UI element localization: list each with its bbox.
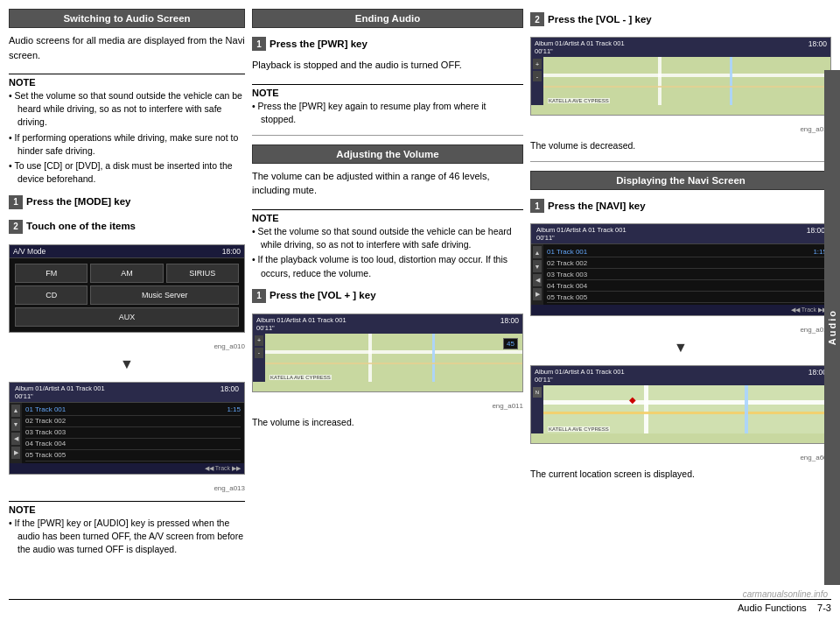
navi-ts-body: ▲ ▼ ◀ ▶ 01 Track 0011:15 02 Track 002 03…	[531, 244, 830, 305]
map1-time: 00'11"	[256, 324, 346, 332]
street-label-2: KATELLA AVE CYPRESS	[548, 98, 610, 103]
ts-prev-btn[interactable]: ◀	[11, 433, 20, 445]
navi-ts-sidebar: ▲ ▼ ◀ ▶	[531, 244, 543, 305]
cd-btn[interactable]: CD	[15, 285, 88, 305]
vol-plus-badge: 1	[252, 289, 266, 303]
navi-street-label: KATELLA AVE CYPRESS	[548, 426, 610, 432]
vol-indicator: 45	[507, 340, 514, 348]
footer-text: Audio Functions 7-3	[738, 602, 831, 613]
mid-note2-item-1: • Set the volume so that sound outside t…	[252, 225, 523, 251]
vol-minus-row: 2 Press the [VOL - ] key	[530, 12, 831, 26]
track-row-2: 02 Track 002	[25, 416, 241, 427]
navi-down-btn[interactable]: ▼	[533, 260, 542, 272]
track-row-5: 05 Track 005	[25, 450, 241, 461]
note-item-1: • Set the volume so that sound outside t…	[9, 89, 245, 130]
mid-note-label-1: NOTE	[252, 88, 279, 98]
mid-note-1: NOTE • Press the [PWR] key again to resu…	[252, 84, 523, 126]
avmode-screen: A/V Mode 18:00 FM AM SIRIUS CD Music Ser…	[9, 244, 245, 333]
fm-btn[interactable]: FM	[15, 264, 88, 283]
step1-row: 1 Press the [MODE] key	[9, 195, 245, 209]
navi-track-3: 03 Track 003	[547, 269, 827, 280]
navi-prev-btn[interactable]: ◀	[533, 274, 542, 286]
navi-step1-row: 1 Press the [NAVI] key	[530, 199, 831, 213]
vol-minus-header: Album 01/Artist A 01 Track 001 00'11" 18…	[531, 38, 830, 57]
navi-map-panel: N	[531, 385, 543, 433]
avmode-time: 18:00	[222, 247, 241, 256]
mid-step1-row: 1 Press the [PWR] key	[252, 37, 523, 51]
track-row-4: 04 Track 004	[25, 439, 241, 450]
am-btn[interactable]: AM	[90, 264, 163, 283]
arrow-down-1: ▼	[9, 357, 245, 371]
vol-intro: The volume can be adjusted within a rang…	[252, 169, 523, 198]
track-screen-1: Album 01/Artist A 01 Track 001 00'11" 18…	[9, 382, 245, 475]
bottom-note-section: NOTE • If the [PWR] key or [AUDIO] key i…	[9, 501, 245, 557]
ts-body: ▲ ▼ ◀ ▶ 01 Track 0011:15 02 Track 002 03…	[10, 403, 244, 463]
map-panel-2: + -	[531, 57, 543, 105]
navi-ts-header: Album 01/Artist A 01 Track 001 00'11" 18…	[531, 224, 830, 244]
ts-up-btn[interactable]: ▲	[11, 405, 20, 417]
navi-next-btn[interactable]: ▶	[533, 288, 542, 300]
ts-time: 18:00	[220, 384, 239, 400]
ts-next-btn[interactable]: ▶	[11, 447, 20, 459]
navi-caption: The current location screen is displayed…	[530, 469, 831, 479]
mid-column: Ending Audio 1 Press the [PWR] key Playb…	[252, 9, 523, 602]
map-area-1: 45 KATELLA AVE CYPRESS	[265, 334, 522, 382]
step1-badge: 1	[9, 195, 23, 209]
divider-1	[252, 135, 523, 136]
eng-label-2: eng_a013	[9, 484, 245, 492]
map1-clock: 18:00	[500, 316, 519, 332]
eng-label-1: eng_a010	[9, 342, 245, 350]
navi-track-5: 05 Track 005	[547, 292, 827, 303]
avmode-header: A/V Mode 18:00	[10, 245, 244, 258]
step2-row: 2 Touch one of the items	[9, 220, 245, 234]
map2-clock: 18:00	[808, 39, 827, 55]
step1-label: Press the [MODE] key	[26, 196, 131, 207]
watermark: carmanualsonline.info	[743, 589, 828, 599]
vol-minus-label: Press the [VOL - ] key	[548, 14, 652, 25]
note-label-1: NOTE	[9, 77, 36, 88]
map1-album: Album 01/Artist A 01 Track 001	[256, 316, 346, 324]
ts-down-btn[interactable]: ▼	[11, 419, 20, 431]
mid-step1-label: Press the [PWR] key	[270, 39, 368, 49]
navi-map-area: ◆ KATELLA AVE CYPRESS	[543, 385, 830, 433]
right-eng-2: eng_a013	[530, 326, 831, 334]
right-eng-1: eng_a012	[530, 125, 831, 133]
music-server-btn[interactable]: Music Server	[90, 285, 239, 305]
ts-header: Album 01/Artist A 01 Track 001 00'11" 18…	[10, 383, 244, 403]
navi-step1-badge: 1	[530, 199, 544, 213]
navi-track-screen: Album 01/Artist A 01 Track 001 00'11" 18…	[530, 223, 831, 316]
note-section-1: NOTE • Set the volume so that sound outs…	[9, 74, 245, 187]
vol-minus-map-body: + - KATELLA AVE CYPRESS	[531, 57, 830, 105]
vol-decrease-caption: The volume is decreased.	[530, 140, 831, 151]
bottom-note-item-1: • If the [PWR] key or [AUDIO] key is pre…	[9, 517, 245, 557]
right-column: 2 Press the [VOL - ] key Album 01/Artist…	[530, 9, 831, 602]
map-area-2: KATELLA AVE CYPRESS	[543, 57, 830, 105]
arrow-down-right: ▼	[530, 341, 831, 355]
note-item-3: • To use [CD] or [DVD], a disk must be i…	[9, 159, 245, 186]
sirius-btn[interactable]: SIRIUS	[166, 264, 239, 283]
bottom-note-label: NOTE	[9, 504, 36, 515]
vol-plus-label: Press the [VOL + ] key	[270, 290, 376, 300]
note-item-2: • If performing operations while driving…	[9, 131, 245, 158]
pwr-desc: Playback is stopped and the audio is tur…	[252, 58, 523, 73]
switching-intro: Audio screens for all media are displaye…	[9, 33, 245, 62]
step2-label: Touch one of the items	[26, 221, 136, 231]
map2-time: 00'11"	[535, 47, 625, 55]
navi-track-1: 01 Track 0011:15	[547, 246, 827, 257]
page-footer: Audio Functions 7-3	[9, 599, 831, 613]
vol-plus-row: 1 Press the [VOL + ] key	[252, 289, 523, 303]
adjusting-volume-header: Adjusting the Volume	[252, 144, 523, 164]
ts-album: Album 01/Artist A 01 Track 001 00'11"	[15, 384, 105, 400]
left-column: Switching to Audio Screen Audio screens …	[9, 9, 245, 602]
navi-up-btn[interactable]: ▲	[533, 246, 542, 258]
navi-ts-footer: ◀◀ Track ▶▶	[531, 305, 830, 315]
step2-badge: 2	[9, 220, 23, 234]
vol-plus-map-body: + - 45 KATELLA AVE CYPRESS	[253, 334, 522, 382]
navi-screen-header: Displaying the Navi Screen	[530, 171, 831, 190]
aux-btn[interactable]: AUX	[15, 307, 239, 327]
avmode-buttons: FM AM SIRIUS CD Music Server AUX	[10, 258, 244, 332]
sidebar-tab-label: Audio	[827, 309, 837, 345]
avmode-title: A/V Mode	[13, 247, 46, 256]
ending-audio-header: Ending Audio	[252, 9, 523, 28]
ts-list: 01 Track 0011:15 02 Track 002 03 Track 0…	[22, 403, 244, 463]
